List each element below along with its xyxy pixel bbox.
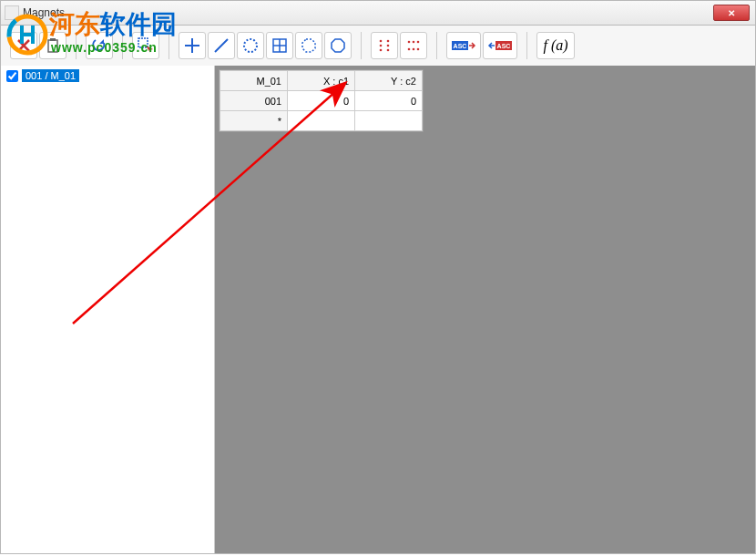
separator [169,32,169,59]
svg-point-9 [380,49,383,52]
grid-header[interactable]: M_01 [220,71,288,91]
svg-marker-5 [302,39,315,52]
asc-export-button[interactable]: ASC [446,32,481,59]
asc-export-icon: ASC [451,36,476,55]
circle-icon [241,36,260,55]
list-item[interactable]: 001 / M_01 [3,67,212,84]
delete-x-icon [15,36,33,55]
sidebar: 001 / M_01 [1,66,215,553]
grid-cell[interactable]: 0 [288,91,355,111]
close-button[interactable]: ✕ [713,5,750,21]
refresh-button[interactable] [86,32,113,59]
grid-cell[interactable] [355,111,423,131]
item-label: 001 / M_01 [22,69,79,82]
clipboard-icon [44,36,62,55]
toolbar: ASC ASC f (a) [0,26,756,66]
svg-marker-6 [332,39,344,52]
svg-point-3 [244,39,257,52]
svg-point-18 [417,48,420,51]
svg-point-10 [387,40,390,43]
octagon-icon [329,36,347,55]
grid-rowhead[interactable]: * [220,111,288,131]
octagon-dashed-icon [300,36,318,55]
svg-point-14 [413,41,415,44]
svg-text:ASC: ASC [454,43,467,49]
asc-import-button[interactable]: ASC [483,32,517,59]
svg-rect-0 [48,40,57,52]
select-rect-icon [137,36,155,55]
item-checkbox[interactable] [6,70,18,82]
content-area: M_01 X : c1 Y : c2 001 0 0 * [215,66,755,553]
data-grid[interactable]: M_01 X : c1 Y : c2 001 0 0 * [219,69,424,132]
line-icon [212,36,230,55]
octagon-button[interactable] [324,32,352,59]
separator [526,32,527,59]
grid-header-row: M_01 X : c1 Y : c2 [220,71,423,91]
formula-button[interactable]: f (a) [536,32,575,59]
grid-row: * [220,111,423,131]
svg-point-12 [387,49,390,52]
svg-point-11 [387,45,390,47]
separator [122,32,123,59]
main-area: 001 / M_01 M_01 X : c1 Y : c2 001 0 0 * [0,66,756,554]
svg-point-7 [380,40,383,43]
delete-button[interactable] [10,32,37,59]
svg-point-13 [408,41,411,44]
asc-import-icon: ASC [487,36,513,55]
svg-point-15 [417,41,420,44]
crosshair-icon [183,36,201,55]
dots-vertical-button[interactable] [371,32,398,59]
dots-v-icon [375,36,393,55]
grid-header[interactable]: Y : c2 [355,71,423,91]
fx-icon: f (a) [543,37,567,54]
grid4-icon [271,36,289,55]
circle-button[interactable] [237,32,264,59]
crosshair-button[interactable] [179,32,206,59]
svg-point-16 [408,48,411,51]
svg-point-8 [380,45,383,47]
refresh-icon [90,36,108,55]
grid-row: 001 0 0 [220,91,423,111]
grid-rowhead[interactable]: 001 [220,91,288,111]
close-icon: ✕ [728,8,735,18]
svg-point-17 [413,48,415,51]
svg-rect-1 [50,38,56,41]
select-rect-button[interactable] [132,32,159,59]
paste-button[interactable] [39,32,66,59]
grid-header[interactable]: X : c1 [288,71,355,91]
window-icon [5,5,19,20]
grid-cell[interactable]: 0 [355,91,423,111]
dots-horizontal-button[interactable] [400,32,427,59]
grid-cell[interactable] [288,111,355,131]
titlebar: Magnets ✕ [0,0,756,26]
separator [361,32,362,59]
svg-text:ASC: ASC [497,43,511,49]
line-button[interactable] [208,32,235,59]
separator [436,32,437,59]
dots-h-icon [404,36,423,55]
separator [76,32,77,59]
window-title: Magnets [23,6,65,19]
octagon-dashed-button[interactable] [295,32,322,59]
grid4-button[interactable] [266,32,293,59]
